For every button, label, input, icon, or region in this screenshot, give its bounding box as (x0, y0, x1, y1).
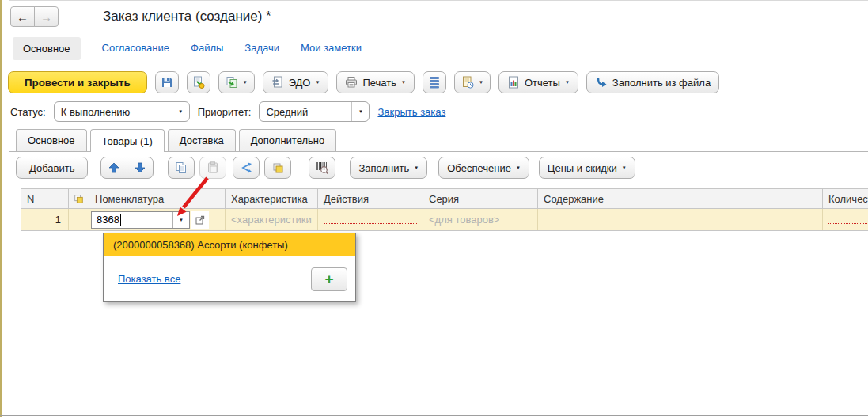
curved-arrow-icon (595, 76, 608, 89)
nomenclature-dropdown-button[interactable]: ▼ (172, 212, 189, 228)
fill-from-file-button[interactable]: Заполнить из файла (586, 71, 719, 93)
register-records-button[interactable] (423, 71, 446, 93)
left-panel-edge (0, 0, 2, 417)
close-order-link[interactable]: Закрыть заказ (377, 106, 445, 118)
required-field-line (828, 223, 868, 224)
cell-content[interactable] (538, 209, 823, 230)
priority-value: Средний (260, 102, 351, 121)
add-new-item-button[interactable]: + (311, 267, 347, 291)
save-button[interactable] (155, 71, 179, 93)
barcode-search-icon (316, 161, 328, 174)
tab-files[interactable]: Файлы (191, 42, 223, 55)
text-cursor (120, 214, 121, 226)
document-clock-icon (461, 76, 474, 89)
tab-main[interactable]: Основное (13, 37, 81, 60)
status-combobox[interactable]: К выполнению ▼ (54, 101, 190, 122)
priority-combobox[interactable]: Средний ▼ (259, 101, 370, 122)
prices-discounts-menu-button[interactable]: Цены и скидки ▼ (539, 157, 635, 179)
nomenclature-editor[interactable]: 8368 ▼ (91, 211, 190, 229)
goods-table: N Номенклатура Характеристика Действия С… (21, 188, 868, 231)
reports-button[interactable]: Отчеты ▼ (498, 71, 578, 93)
tab-dopolnitelno[interactable]: Дополнительно (239, 129, 337, 151)
dropdown-caret-icon: ▼ (179, 218, 184, 222)
dropdown-caret-icon: ▼ (479, 80, 483, 85)
dropdown-caret-icon: ▼ (243, 80, 248, 85)
save-icon (161, 76, 173, 89)
table-row[interactable]: 1 8368 ▼ <характеристики не... <для това… (21, 209, 868, 231)
status-bar: Статус: К выполнению ▼ Приоритет: Средни… (10, 101, 445, 122)
edo-icon (271, 76, 284, 89)
column-header-content: Содержание (538, 189, 823, 208)
open-nomenclature-button[interactable] (191, 211, 209, 229)
edo-button[interactable]: ЭДО ▼ (263, 71, 329, 93)
forward-button[interactable]: → (34, 6, 59, 27)
cell-quantity[interactable] (823, 209, 868, 230)
post-and-close-button[interactable]: Провести и закрыть (8, 71, 147, 93)
printer-icon (345, 76, 358, 89)
series-placeholder: <для товаров> (429, 214, 499, 226)
column-header-group (69, 189, 89, 208)
history-nav: ← → (10, 6, 59, 27)
tab-tasks[interactable]: Задачи (244, 42, 279, 55)
show-all-link[interactable]: Показать все (118, 273, 180, 285)
tab-dostavka[interactable]: Доставка (168, 129, 236, 151)
dropdown-caret-icon: ▼ (358, 109, 363, 114)
priority-dropdown-button[interactable]: ▼ (351, 102, 369, 121)
tasks-schedule-button[interactable]: ▼ (454, 71, 491, 93)
tab-tovary[interactable]: Товары (1) (90, 129, 165, 152)
cell-group[interactable] (69, 209, 89, 230)
page-title: Заказ клиента (создание) * (103, 9, 271, 25)
back-button[interactable]: ← (10, 6, 35, 27)
post-document-button[interactable] (187, 71, 210, 93)
status-value: К выполнению (55, 102, 172, 121)
suggest-item[interactable]: (2000000058368) Ассорти (конфеты) (104, 233, 355, 256)
command-bar: Провести и закрыть ▼ ЭДО ▼ (8, 71, 719, 93)
barcode-scan-button[interactable] (309, 157, 335, 179)
paste-rows-button[interactable] (199, 157, 226, 179)
move-row-up-button[interactable] (100, 157, 127, 179)
column-header-n: N (21, 189, 69, 208)
add-row-button[interactable]: Добавить (16, 157, 88, 179)
dropdown-caret-icon: ▼ (401, 80, 406, 85)
paste-icon (207, 161, 219, 174)
nomenclature-input[interactable]: 8368 (92, 212, 172, 228)
move-row-down-button[interactable] (127, 157, 154, 179)
table-left-border (21, 231, 21, 415)
order-form-window: ← → Заказ клиента (создание) * Основное … (0, 0, 868, 417)
folder-copy-icon (272, 162, 284, 174)
copy-icon (175, 161, 188, 174)
status-label: Статус: (10, 106, 46, 118)
arrow-up-icon (108, 162, 119, 173)
column-header-nomenclature: Номенклатура (89, 189, 226, 208)
cell-row-number: 1 (21, 209, 69, 230)
supply-menu-button[interactable]: Обеспечение ▼ (438, 157, 529, 179)
split-arrows-icon (241, 162, 252, 173)
dropdown-caret-icon: ▼ (622, 165, 627, 170)
split-row-button[interactable] (233, 157, 260, 179)
cell-nomenclature[interactable]: 8368 ▼ (89, 209, 226, 230)
create-based-on-button[interactable]: ▼ (218, 71, 255, 93)
status-dropdown-button[interactable]: ▼ (172, 102, 189, 121)
post-document-icon (192, 76, 205, 89)
list-icon (429, 76, 440, 89)
group-folder-button[interactable] (264, 157, 291, 179)
print-button[interactable]: Печать ▼ (336, 71, 415, 93)
tab-my-notes[interactable]: Мои заметки (301, 42, 362, 55)
tab-osnovnoe[interactable]: Основное (16, 129, 87, 151)
tab-approval[interactable]: Согласование (102, 42, 169, 55)
column-header-characteristic: Характеристика (226, 189, 318, 208)
dropdown-caret-icon: ▼ (516, 165, 521, 170)
forward-icon: → (40, 10, 52, 24)
column-header-quantity: Количество (823, 189, 868, 208)
column-header-series: Серия (423, 189, 538, 208)
nomenclature-suggest-popup: (2000000058368) Ассорти (конфеты) Показа… (103, 233, 356, 302)
supply-menu-label: Обеспечение (447, 162, 511, 174)
form-left-border (9, 0, 9, 415)
dropdown-caret-icon: ▼ (414, 165, 419, 170)
cell-series[interactable]: <для товаров> (423, 209, 538, 230)
fill-menu-button[interactable]: Заполнить ▼ (350, 157, 427, 179)
back-icon: ← (17, 10, 28, 24)
cell-characteristic[interactable]: <характеристики не... (226, 209, 318, 230)
copy-rows-button[interactable] (168, 157, 195, 179)
cell-actions[interactable] (318, 209, 423, 230)
